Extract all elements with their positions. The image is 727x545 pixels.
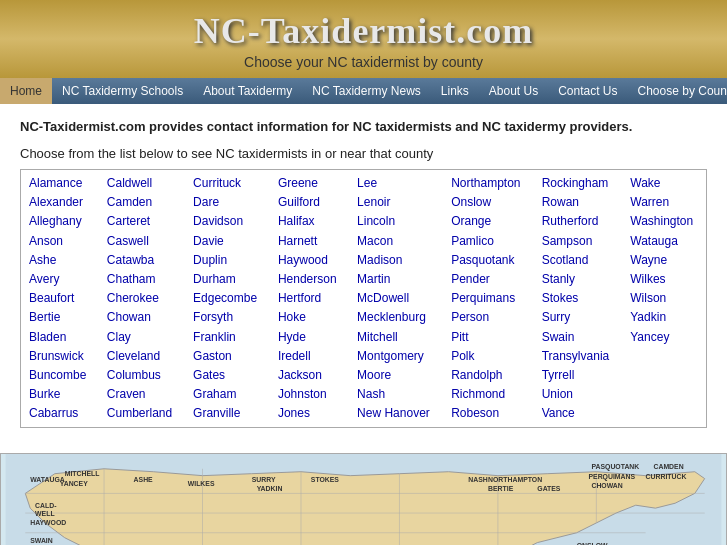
county-link[interactable]: Gates	[193, 366, 262, 385]
county-link[interactable]: Carteret	[107, 212, 177, 231]
county-link[interactable]: McDowell	[357, 289, 435, 308]
county-link[interactable]: Union	[542, 385, 615, 404]
county-link[interactable]: Buncombe	[29, 366, 91, 385]
county-link[interactable]: Madison	[357, 251, 435, 270]
county-link[interactable]: Warren	[630, 193, 698, 212]
county-link[interactable]: Hoke	[278, 308, 341, 327]
county-link[interactable]: Orange	[451, 212, 526, 231]
county-link[interactable]: Johnston	[278, 385, 341, 404]
county-link[interactable]: Henderson	[278, 270, 341, 289]
county-link[interactable]: Catawba	[107, 251, 177, 270]
county-link[interactable]: Surry	[542, 308, 615, 327]
county-link[interactable]: Alleghany	[29, 212, 91, 231]
county-link[interactable]: Halifax	[278, 212, 341, 231]
county-link[interactable]: Richmond	[451, 385, 526, 404]
county-link[interactable]: Wilson	[630, 289, 698, 308]
county-link[interactable]: Harnett	[278, 232, 341, 251]
county-link[interactable]: Ashe	[29, 251, 91, 270]
county-link[interactable]: Stokes	[542, 289, 615, 308]
county-link[interactable]: Bladen	[29, 328, 91, 347]
county-link[interactable]: Wilkes	[630, 270, 698, 289]
county-link[interactable]: Nash	[357, 385, 435, 404]
county-link[interactable]: Hertford	[278, 289, 341, 308]
county-link[interactable]: Vance	[542, 404, 615, 423]
county-link[interactable]: Chowan	[107, 308, 177, 327]
county-link[interactable]: Sampson	[542, 232, 615, 251]
county-link[interactable]: Caswell	[107, 232, 177, 251]
nav-item-about-taxidermy[interactable]: About Taxidermy	[193, 78, 302, 104]
county-link[interactable]: Transylvania	[542, 347, 615, 366]
county-link[interactable]: Gaston	[193, 347, 262, 366]
county-link[interactable]: Montgomery	[357, 347, 435, 366]
county-link[interactable]: Davie	[193, 232, 262, 251]
county-link[interactable]: Cleveland	[107, 347, 177, 366]
county-link[interactable]: Iredell	[278, 347, 341, 366]
county-link[interactable]: Edgecombe	[193, 289, 262, 308]
county-link[interactable]: Moore	[357, 366, 435, 385]
nav-item-choose-by-county-list[interactable]: Choose by County List	[628, 78, 727, 104]
county-link[interactable]: Cherokee	[107, 289, 177, 308]
county-link[interactable]: Mecklenburg	[357, 308, 435, 327]
county-link[interactable]: Greene	[278, 174, 341, 193]
nav-item-home[interactable]: Home	[0, 78, 52, 104]
county-link[interactable]: Duplin	[193, 251, 262, 270]
county-link[interactable]: Pamlico	[451, 232, 526, 251]
county-link[interactable]: Macon	[357, 232, 435, 251]
county-link[interactable]: Chatham	[107, 270, 177, 289]
county-link[interactable]: Mitchell	[357, 328, 435, 347]
county-link[interactable]: Washington	[630, 212, 698, 231]
county-link[interactable]: Stanly	[542, 270, 615, 289]
county-link[interactable]: Lee	[357, 174, 435, 193]
nav-item-nc-taxidermy-news[interactable]: NC Taxidermy News	[302, 78, 430, 104]
county-link[interactable]: Cabarrus	[29, 404, 91, 423]
county-link[interactable]: Yancey	[630, 328, 698, 347]
county-link[interactable]: Cumberland	[107, 404, 177, 423]
county-link[interactable]: Lincoln	[357, 212, 435, 231]
nav-item-contact-us[interactable]: Contact Us	[548, 78, 627, 104]
county-link[interactable]: Dare	[193, 193, 262, 212]
county-link[interactable]: Anson	[29, 232, 91, 251]
county-link[interactable]: Rutherford	[542, 212, 615, 231]
county-link[interactable]: Columbus	[107, 366, 177, 385]
county-link[interactable]: Beaufort	[29, 289, 91, 308]
nav-item-links[interactable]: Links	[431, 78, 479, 104]
county-link[interactable]: Granville	[193, 404, 262, 423]
county-link[interactable]: Jones	[278, 404, 341, 423]
county-link[interactable]: Pitt	[451, 328, 526, 347]
county-link[interactable]: Randolph	[451, 366, 526, 385]
county-link[interactable]: Haywood	[278, 251, 341, 270]
county-link[interactable]: Currituck	[193, 174, 262, 193]
county-link[interactable]: Camden	[107, 193, 177, 212]
county-link[interactable]: Swain	[542, 328, 615, 347]
county-link[interactable]: Craven	[107, 385, 177, 404]
county-link[interactable]: Burke	[29, 385, 91, 404]
county-link[interactable]: Bertie	[29, 308, 91, 327]
county-link[interactable]: Graham	[193, 385, 262, 404]
county-link[interactable]: Northampton	[451, 174, 526, 193]
county-link[interactable]: Pender	[451, 270, 526, 289]
county-link[interactable]: Hyde	[278, 328, 341, 347]
county-link[interactable]: Yadkin	[630, 308, 698, 327]
county-link[interactable]: Jackson	[278, 366, 341, 385]
county-link[interactable]: New Hanover	[357, 404, 435, 423]
county-link[interactable]: Perquimans	[451, 289, 526, 308]
county-link[interactable]: Tyrrell	[542, 366, 615, 385]
county-link[interactable]: Pasquotank	[451, 251, 526, 270]
county-link[interactable]: Alamance	[29, 174, 91, 193]
county-link[interactable]: Wayne	[630, 251, 698, 270]
county-link[interactable]: Rockingham	[542, 174, 615, 193]
county-link[interactable]: Scotland	[542, 251, 615, 270]
county-link[interactable]: Clay	[107, 328, 177, 347]
county-link[interactable]: Franklin	[193, 328, 262, 347]
nav-item-nc-taxidermy-schools[interactable]: NC Taxidermy Schools	[52, 78, 193, 104]
county-link[interactable]: Brunswick	[29, 347, 91, 366]
county-link[interactable]: Durham	[193, 270, 262, 289]
county-link[interactable]: Caldwell	[107, 174, 177, 193]
nav-item-about-us[interactable]: About Us	[479, 78, 548, 104]
county-link[interactable]: Robeson	[451, 404, 526, 423]
county-link[interactable]: Forsyth	[193, 308, 262, 327]
county-link[interactable]: Alexander	[29, 193, 91, 212]
county-link[interactable]: Davidson	[193, 212, 262, 231]
county-link[interactable]: Wake	[630, 174, 698, 193]
county-link[interactable]: Rowan	[542, 193, 615, 212]
